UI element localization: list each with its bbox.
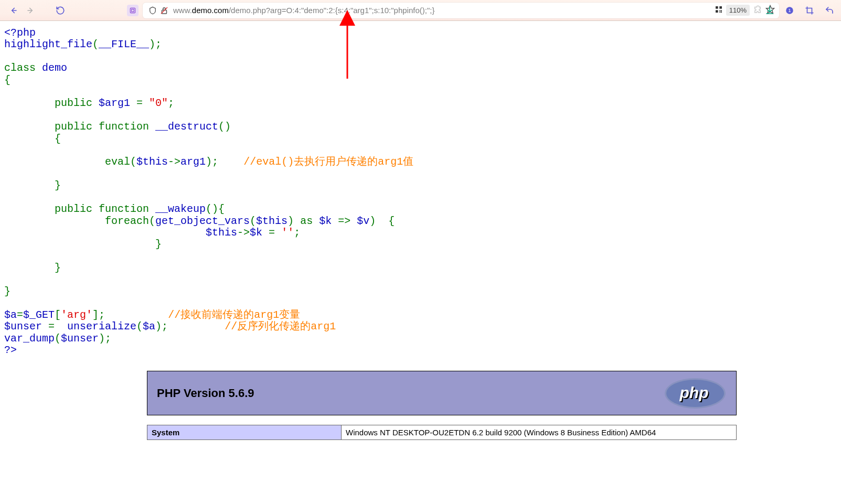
tok: get_object_vars: [155, 215, 250, 227]
tok: }: [55, 179, 61, 191]
svg-rect-11: [719, 12, 720, 13]
tok: (){: [206, 203, 225, 215]
svg-rect-6: [716, 6, 718, 9]
phpinfo-val: Windows NT DESKTOP-OU2ETDN 6.2 build 920…: [342, 425, 737, 440]
tok: (: [136, 320, 143, 333]
comment: //eval()去执行用户传递的arg1值: [243, 156, 413, 168]
tok: highlight_file: [4, 38, 92, 50]
tok: =: [17, 309, 23, 321]
tok: );: [149, 38, 162, 50]
profile-badge-icon[interactable]: 1: [783, 4, 796, 17]
shield-icon[interactable]: [147, 6, 158, 15]
browser-toolbar: www.demo.com/demo.php?arg=O:4:"demo":2:{…: [0, 0, 841, 21]
svg-rect-2: [130, 8, 135, 13]
tok: $unser: [4, 320, 48, 333]
tok: function: [99, 121, 155, 133]
tok: (): [218, 121, 231, 133]
php-source: <?php highlight_file(__FILE__); class de…: [4, 27, 837, 356]
tok: ];: [92, 309, 105, 321]
tok: __wakeup: [155, 203, 206, 215]
phpinfo-table: System Windows NT DESKTOP-OU2ETDN 6.2 bu…: [147, 425, 737, 440]
tok: $a: [143, 320, 155, 333]
tok: [: [55, 309, 61, 321]
forward-button[interactable]: [22, 3, 40, 18]
qr-icon[interactable]: [715, 5, 723, 15]
tok: ;: [294, 227, 300, 239]
tok: $a: [4, 309, 17, 321]
php-version-title: PHP Version 5.6.9: [157, 387, 254, 400]
tok: $this: [136, 156, 168, 168]
tok: =: [136, 97, 149, 109]
tok: function: [99, 203, 155, 215]
tok: ?>: [4, 344, 17, 356]
phpinfo-key: System: [147, 425, 342, 440]
tok: public: [55, 121, 99, 133]
tok: =>: [338, 215, 357, 227]
comment: //接收前端传递的arg1变量: [168, 309, 300, 321]
tok: __FILE__: [99, 38, 149, 50]
tok: $_GET: [23, 309, 55, 321]
svg-rect-9: [719, 10, 720, 11]
back-button[interactable]: [4, 3, 22, 18]
insecure-lock-icon[interactable]: [158, 6, 170, 15]
tok: (: [55, 333, 61, 345]
tok: '': [281, 227, 294, 239]
tok: eval: [105, 156, 130, 168]
comment: //反序列化传递的arg1: [225, 320, 336, 333]
svg-rect-3: [132, 9, 134, 12]
extension-badge-icon[interactable]: [127, 5, 139, 16]
tok: ): [288, 215, 300, 227]
tok: var_dump: [4, 333, 55, 345]
crop-icon[interactable]: [803, 4, 816, 17]
php-logo-icon: php php: [664, 377, 727, 410]
svg-text:1: 1: [788, 8, 791, 13]
tok: =: [269, 227, 281, 239]
svg-rect-8: [716, 10, 718, 13]
tok: public: [55, 97, 99, 109]
tok: public: [55, 203, 99, 215]
tok: {: [55, 133, 61, 145]
tok: class: [4, 62, 42, 74]
tok: arg1: [180, 156, 206, 168]
tok: );: [206, 156, 218, 168]
zoom-badge[interactable]: 110%: [726, 5, 750, 16]
tok: $arg1: [99, 97, 136, 109]
url-path: /demo.php?arg=O:4:"demo":2:{s:4:"arg1";s…: [229, 6, 435, 15]
tok: $k: [250, 227, 269, 239]
tok: $this: [206, 227, 237, 239]
download-icon[interactable]: [763, 4, 776, 17]
extensions-icon[interactable]: [753, 5, 762, 16]
tok: $k: [319, 215, 338, 227]
tok: demo: [42, 62, 67, 74]
tok: }: [155, 238, 162, 250]
tok: );: [99, 333, 111, 345]
tok: }: [55, 262, 61, 274]
tok: as: [300, 215, 319, 227]
tok: 'arg': [61, 309, 92, 321]
url-domain: demo.com: [192, 6, 229, 15]
tok: ->: [168, 156, 180, 168]
reload-button[interactable]: [51, 3, 69, 18]
svg-text:php: php: [679, 384, 709, 401]
undo-icon[interactable]: [823, 4, 836, 17]
url-prefix: www.: [173, 6, 192, 15]
svg-rect-7: [719, 6, 722, 9]
table-row: System Windows NT DESKTOP-OU2ETDN 6.2 bu…: [147, 425, 737, 440]
tok: "0": [149, 97, 168, 109]
url-bar[interactable]: www.demo.com/demo.php?arg=O:4:"demo":2:{…: [143, 3, 779, 18]
svg-rect-10: [721, 10, 722, 11]
toolbar-right: 1: [763, 4, 836, 17]
tok: ;: [168, 97, 174, 109]
phpinfo-header: PHP Version 5.6.9 php php: [147, 371, 737, 415]
phpinfo-panel: PHP Version 5.6.9 php php System Windows…: [147, 371, 737, 440]
tok: ) {: [369, 215, 395, 227]
tok: }: [4, 285, 10, 297]
tok: <?php: [4, 27, 36, 39]
tok: $this: [256, 215, 288, 227]
tok: );: [155, 320, 168, 333]
svg-rect-12: [721, 12, 722, 13]
tok: $unser: [61, 333, 99, 345]
address-wrap: www.demo.com/demo.php?arg=O:4:"demo":2:{…: [127, 3, 779, 18]
tok: unserialize: [67, 320, 136, 333]
tok: __destruct: [155, 121, 218, 133]
